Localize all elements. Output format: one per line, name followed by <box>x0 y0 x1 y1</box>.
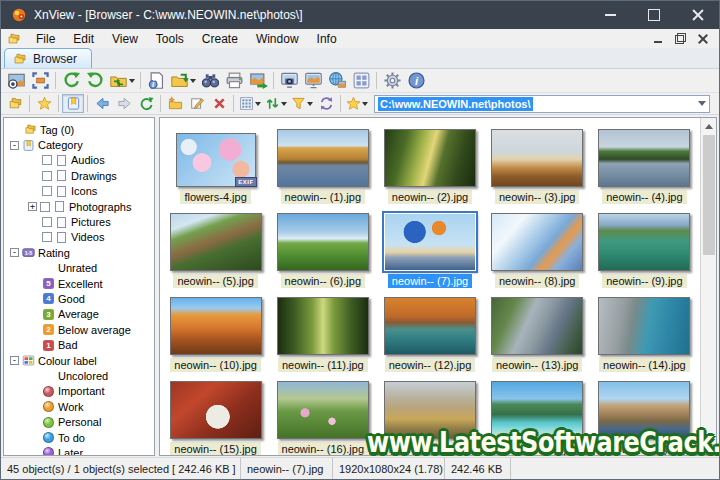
thumbnail-cell[interactable]: neowin-- (6).jpg <box>269 206 376 290</box>
dropdown-arrow-icon[interactable] <box>281 102 287 109</box>
tree-item-important[interactable]: Important <box>8 384 154 399</box>
collapse-icon[interactable]: - <box>10 248 19 257</box>
checkbox[interactable] <box>42 217 52 227</box>
checkbox[interactable] <box>42 155 52 165</box>
vertical-scrollbar[interactable] <box>700 118 716 455</box>
refresh-button[interactable] <box>135 94 157 113</box>
dropdown-arrow-icon[interactable] <box>129 79 135 86</box>
rotate-left-button[interactable] <box>59 70 83 92</box>
sync-button[interactable] <box>315 94 337 113</box>
folder-tree-button[interactable] <box>4 94 26 113</box>
thumbnail-cell[interactable]: neowin-- (11).jpg <box>269 290 376 374</box>
back-button[interactable] <box>91 94 113 113</box>
settings-button[interactable] <box>380 70 404 92</box>
tree-item-photographs[interactable]: +Photographs <box>8 199 154 214</box>
thumbnail-cell[interactable]: neowin-- (12).jpg <box>376 290 483 374</box>
tree-item-personal[interactable]: Personal <box>8 414 154 429</box>
rotate-right-button[interactable] <box>83 70 107 92</box>
about-button[interactable]: i <box>404 70 428 92</box>
checkbox[interactable] <box>40 202 50 212</box>
thumbnail-cell[interactable]: neowin-- (16).jpg <box>269 374 376 456</box>
thumbnail-image[interactable] <box>384 213 476 271</box>
filter-button[interactable] <box>289 94 315 113</box>
collapse-icon[interactable]: - <box>10 356 19 365</box>
collapse-icon[interactable]: - <box>10 141 19 150</box>
tree-item-average[interactable]: 3Average <box>8 307 154 322</box>
menu-tools[interactable]: Tools <box>147 31 193 47</box>
thumbnail-image[interactable] <box>384 297 476 355</box>
thumbnail-image[interactable] <box>384 129 476 187</box>
tree-item-bad[interactable]: 1Bad <box>8 337 154 352</box>
thumbnail-image[interactable] <box>277 297 369 355</box>
thumbnail-image[interactable] <box>170 297 262 355</box>
tree-item-to-do[interactable]: To do <box>8 430 154 445</box>
dropdown-arrow-icon[interactable] <box>307 102 313 109</box>
thumbnail-image[interactable] <box>170 213 262 271</box>
thumbnail-image[interactable]: EXIF <box>176 133 256 187</box>
checkbox[interactable] <box>42 232 52 242</box>
tree-item-colour-label[interactable]: -Colour label <box>8 353 154 368</box>
thumbnail-image[interactable] <box>598 297 690 355</box>
view-button[interactable] <box>4 70 28 92</box>
menu-window[interactable]: Window <box>247 31 308 47</box>
thumbnail-image[interactable] <box>170 381 262 439</box>
new-folder-button[interactable] <box>164 94 186 113</box>
thumbnail-image[interactable] <box>491 129 583 187</box>
menu-edit[interactable]: Edit <box>64 31 103 47</box>
thumbnail-cell[interactable]: neowin-- (4).jpg <box>591 122 698 206</box>
add-favorite-button[interactable] <box>344 94 370 113</box>
menu-create[interactable]: Create <box>193 31 247 47</box>
tree-item-drawings[interactable]: Drawings <box>8 168 154 183</box>
tree-item-audios[interactable]: Audios <box>8 153 154 168</box>
tree-item-good[interactable]: 4Good <box>8 291 154 306</box>
thumbnail-cell[interactable]: neowin-- (10).jpg <box>162 290 269 374</box>
maximize-button[interactable] <box>647 8 661 22</box>
dropdown-arrow-icon[interactable] <box>190 79 196 86</box>
category-pane-button[interactable] <box>62 94 84 113</box>
scroll-up-button[interactable] <box>701 118 717 133</box>
minimize-button[interactable] <box>603 8 617 22</box>
view-mode-button[interactable] <box>237 94 263 113</box>
tree-item-pictures[interactable]: Pictures <box>8 214 154 229</box>
fullscreen-button[interactable] <box>28 70 52 92</box>
tree-item-work[interactable]: Work <box>8 399 154 414</box>
menu-info[interactable]: Info <box>308 31 346 47</box>
checkbox[interactable] <box>42 171 52 181</box>
thumbnail-cell[interactable]: neowin-- (7).jpg <box>376 206 483 290</box>
thumbnail-cell[interactable]: neowin-- (15).jpg <box>162 374 269 456</box>
tree-item-rating[interactable]: -1-5Rating <box>8 245 154 260</box>
properties-button[interactable]: i <box>144 70 168 92</box>
thumbnail-cell[interactable]: neowin-- (5).jpg <box>162 206 269 290</box>
tree-item-category[interactable]: -Category <box>8 137 154 152</box>
edit-button[interactable] <box>186 94 208 113</box>
thumbnail-image[interactable] <box>277 381 369 439</box>
thumbnail-cell[interactable]: neowin-- (2).jpg <box>376 122 483 206</box>
tree-item-later[interactable]: Later <box>8 445 154 456</box>
close-button[interactable] <box>691 8 705 22</box>
thumbnail-cell[interactable]: neowin-- (9).jpg <box>591 206 698 290</box>
tree-item-videos[interactable]: Videos <box>8 230 154 245</box>
child-close-button[interactable] <box>698 33 709 44</box>
thumbnail-cell[interactable]: neowin-- (1).jpg <box>269 122 376 206</box>
export-button[interactable] <box>246 70 270 92</box>
thumbnail-cell[interactable]: neowin-- (8).jpg <box>484 206 591 290</box>
dropdown-arrow-icon[interactable] <box>362 102 368 109</box>
thumbnail-image[interactable] <box>598 213 690 271</box>
address-text[interactable]: C:\www.NEOWIN.net\photos\ <box>378 97 533 111</box>
tree-item-icons[interactable]: Icons <box>8 184 154 199</box>
screen-capture-button[interactable] <box>277 70 301 92</box>
address-bar[interactable]: C:\www.NEOWIN.net\photos\ <box>374 95 710 113</box>
scrollbar-thumb[interactable] <box>703 135 715 255</box>
chevron-down-icon[interactable] <box>698 101 706 110</box>
contact-sheet-button[interactable] <box>349 70 373 92</box>
tree-item-tag-0-[interactable]: Tag (0) <box>8 122 154 137</box>
thumbnail-image[interactable] <box>277 129 369 187</box>
search-button[interactable] <box>198 70 222 92</box>
slideshow-button[interactable] <box>301 70 325 92</box>
tree-item-uncolored[interactable]: Uncolored <box>8 368 154 383</box>
open-with-button[interactable] <box>168 70 198 92</box>
checkbox[interactable] <box>42 186 52 196</box>
menu-view[interactable]: View <box>103 31 147 47</box>
thumbnail-cell[interactable]: neowin-- (3).jpg <box>484 122 591 206</box>
sort-button[interactable] <box>263 94 289 113</box>
